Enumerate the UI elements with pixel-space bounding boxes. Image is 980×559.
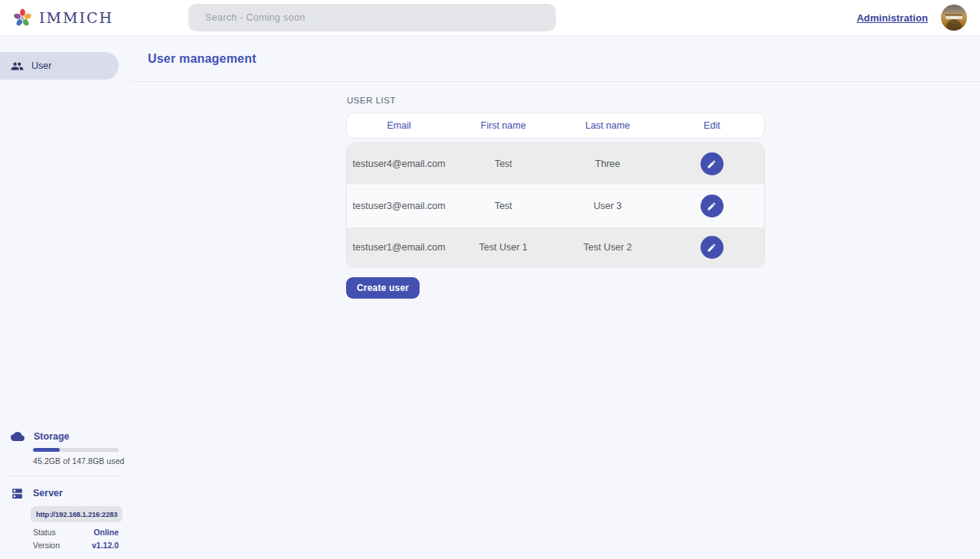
storage-usage-text: 45.2GB of 147.8GB used [33,456,131,466]
server-status-label: Status [33,528,56,537]
sidebar-item-label: User [31,60,51,71]
page-header: User management [131,36,980,82]
immich-logo[interactable]: IMMICH [12,8,113,28]
users-icon [11,60,24,73]
cell-last-name: Three [556,159,660,169]
column-header: Last name [556,120,660,131]
storage-progress-fill [33,448,60,452]
edit-user-button[interactable] [701,195,724,217]
cell-email: testuser3@email.com [347,201,451,211]
cell-last-name: User 3 [556,201,660,211]
sidebar-divider [6,476,119,476]
cell-email: testuser1@email.com [347,242,451,253]
column-header: Email [347,120,451,131]
user-table-header: EmailFirst nameLast nameEdit [346,113,765,139]
server-version-value: v1.12.0 [92,541,119,550]
pencil-icon [707,201,717,211]
server-title: Server [33,488,63,499]
sidebar: User Storage 45.2GB of 147.8GB used [0,36,131,559]
server-icon [11,487,24,500]
edit-user-button[interactable] [701,152,724,175]
cell-email: testuser4@email.com [347,159,451,169]
sidebar-item-user[interactable]: User [0,52,119,80]
sidebar-bottom: Storage 45.2GB of 147.8GB used Server [0,429,131,551]
storage-title: Storage [34,431,70,442]
search-input[interactable] [188,4,556,31]
administration-link[interactable]: Administration [857,12,928,24]
table-row: testuser4@email.com Test Three [347,143,764,185]
server-version-label: Version [33,541,60,550]
pencil-icon [707,159,717,169]
edit-user-button[interactable] [701,236,724,259]
server-status-value: Online [93,528,119,537]
topbar: IMMICH Administration [0,0,980,36]
cloud-icon [11,430,24,443]
immich-flower-icon [12,8,33,28]
app-window: IMMICH Administration User [0,0,980,559]
pencil-icon [707,243,717,253]
table-row: testuser3@email.com Test User 3 [347,185,764,226]
server-url-chip: http://192.168.1.216:2283 [31,506,122,522]
cell-first-name: Test [451,201,555,211]
column-header: Edit [660,120,764,131]
cell-last-name: Test User 2 [556,242,660,253]
cell-first-name: Test [451,159,555,169]
brand-name: IMMICH [39,9,113,26]
topbar-right: Administration [857,5,967,31]
column-header: First name [451,120,555,131]
table-row: testuser1@email.com Test User 1 Test Use… [347,226,764,267]
storage-progress-bar [33,448,119,452]
cell-first-name: Test User 1 [451,242,555,253]
create-user-button[interactable]: Create user [346,277,420,299]
main-content: User management USER LIST EmailFirst nam… [131,36,980,559]
user-avatar[interactable] [941,5,967,31]
user-table-body: testuser4@email.com Test Three testuser3… [346,142,765,268]
page-title: User management [148,52,256,66]
user-list-label: USER LIST [347,96,765,105]
